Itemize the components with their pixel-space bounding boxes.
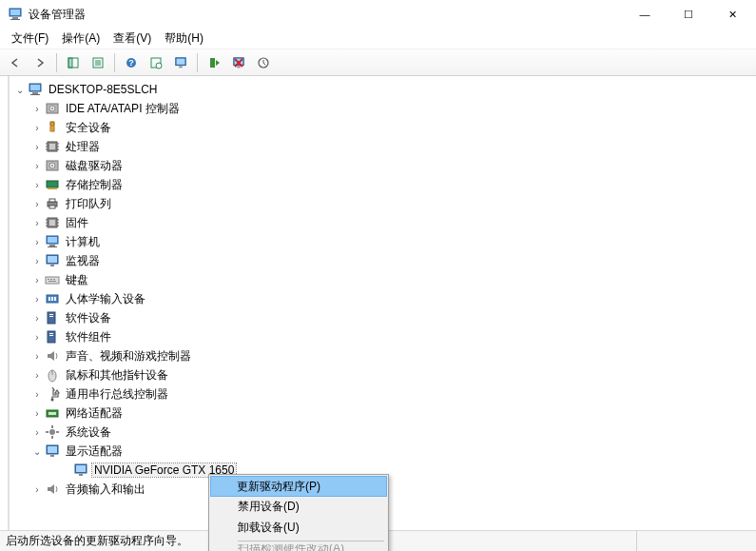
expand-icon[interactable]: › <box>30 406 44 420</box>
disk-icon <box>45 158 60 173</box>
expand-icon[interactable]: › <box>30 330 44 344</box>
hid-icon <box>45 291 60 306</box>
properties-button[interactable] <box>87 52 109 73</box>
expand-icon[interactable]: › <box>30 102 44 115</box>
software-icon <box>45 329 60 344</box>
expand-icon[interactable]: › <box>30 482 44 496</box>
category-usb[interactable]: ›通用串行总线控制器 <box>10 384 756 403</box>
toolbar-separator <box>197 53 198 72</box>
expand-icon[interactable]: › <box>30 273 44 286</box>
back-button[interactable] <box>4 52 27 73</box>
category-mouse[interactable]: ›鼠标和其他指针设备 <box>10 365 756 384</box>
expand-icon[interactable]: › <box>30 368 44 382</box>
device-manager-window: 设备管理器 — ☐ ✕ 文件(F) 操作(A) 查看(V) 帮助(H) ? <box>0 0 756 551</box>
category-software-components[interactable]: ›软件组件 <box>10 327 756 346</box>
category-disk[interactable]: ›磁盘驱动器 <box>10 156 756 175</box>
chip-icon <box>45 139 60 154</box>
expand-icon[interactable]: › <box>30 140 44 153</box>
category-cpu[interactable]: ›处理器 <box>10 137 756 156</box>
monitor-icon <box>73 462 88 478</box>
category-firmware[interactable]: ›固件 <box>10 213 756 232</box>
category-print[interactable]: ›打印队列 <box>10 194 756 213</box>
gear-icon <box>45 424 60 440</box>
maximize-button[interactable]: ☐ <box>667 0 710 29</box>
key-icon <box>45 120 60 135</box>
title-bar: 设备管理器 — ☐ ✕ <box>0 0 756 29</box>
scan-hardware-button[interactable] <box>252 52 275 73</box>
disk-icon <box>45 101 60 116</box>
expand-icon[interactable]: › <box>30 197 44 210</box>
status-spacer <box>636 531 750 551</box>
expand-icon[interactable]: › <box>30 311 44 325</box>
category-software-devices[interactable]: ›软件设备 <box>10 308 756 327</box>
expand-icon[interactable]: › <box>30 178 44 191</box>
printer-icon <box>45 196 60 211</box>
expand-icon[interactable]: › <box>30 387 44 401</box>
device-tree[interactable]: ⌄ DESKTOP-8E5SLCH ›IDE ATA/ATAPI 控制器 ›安全… <box>10 76 756 530</box>
expand-icon[interactable]: › <box>30 159 44 172</box>
menu-file[interactable]: 文件(F) <box>6 29 54 49</box>
status-text: 启动所选设备的更新驱动程序向导。 <box>6 533 188 549</box>
svg-rect-58 <box>210 58 215 68</box>
menu-action[interactable]: 操作(A) <box>56 29 106 49</box>
update-driver-toolbar-button[interactable] <box>169 52 192 73</box>
expand-icon[interactable]: › <box>30 235 44 248</box>
forward-button[interactable] <box>29 52 51 73</box>
left-split-gutter[interactable] <box>0 76 10 530</box>
menu-bar: 文件(F) 操作(A) 查看(V) 帮助(H) <box>0 29 756 49</box>
category-hid[interactable]: ›人体学输入设备 <box>10 289 756 308</box>
usb-icon <box>45 386 60 402</box>
category-network[interactable]: ›网络适配器 <box>10 403 756 423</box>
keyboard-icon <box>45 272 60 287</box>
category-storage-ctrl[interactable]: ›存储控制器 <box>10 175 756 194</box>
category-audio-game[interactable]: ›声音、视频和游戏控制器 <box>10 346 756 365</box>
menu-help[interactable]: 帮助(H) <box>159 29 209 49</box>
category-keyboard[interactable]: ›键盘 <box>10 270 756 289</box>
category-ide[interactable]: ›IDE ATA/ATAPI 控制器 <box>10 99 756 118</box>
toolbar-separator <box>56 53 57 72</box>
software-icon <box>45 310 60 325</box>
scan-button[interactable] <box>145 52 167 73</box>
show-hide-tree-button[interactable] <box>62 52 85 73</box>
svg-rect-49 <box>68 58 72 68</box>
collapse-icon[interactable]: ⌄ <box>13 83 27 96</box>
menu-item-uninstall-device[interactable]: 卸载设备(U) <box>211 517 386 538</box>
category-security[interactable]: ›安全设备 <box>10 118 756 137</box>
collapse-icon[interactable]: ⌄ <box>30 444 44 458</box>
app-icon <box>8 7 23 22</box>
category-monitor[interactable]: ›监视器 <box>10 251 756 270</box>
tree-root-computer[interactable]: ⌄ DESKTOP-8E5SLCH <box>10 80 756 99</box>
menu-item-update-driver[interactable]: 更新驱动程序(P) <box>210 476 387 497</box>
menu-item-scan-hardware[interactable]: 扫描检测硬件改动(A) <box>211 544 386 551</box>
uninstall-device-button[interactable] <box>227 52 250 73</box>
svg-point-57 <box>156 63 162 69</box>
expand-icon[interactable]: › <box>30 425 44 439</box>
category-display[interactable]: ⌄显示适配器 <box>10 442 756 461</box>
toolbar-separator <box>114 53 115 72</box>
enable-device-button[interactable] <box>203 52 225 73</box>
mouse-icon <box>45 367 60 383</box>
expand-icon[interactable]: › <box>30 254 44 267</box>
context-menu: 更新驱动程序(P) 禁用设备(D) 卸载设备(U) 扫描检测硬件改动(A) <box>208 474 389 551</box>
category-computer[interactable]: ›计算机 <box>10 232 756 251</box>
chip-icon <box>45 215 60 230</box>
expand-icon[interactable]: › <box>30 292 44 305</box>
menu-separator <box>238 541 384 541</box>
expand-icon[interactable]: › <box>30 121 44 134</box>
expand-icon[interactable]: › <box>30 349 44 363</box>
computer-icon <box>28 82 43 97</box>
computer-icon <box>45 234 60 249</box>
menu-view[interactable]: 查看(V) <box>107 29 157 49</box>
speaker-icon <box>45 348 60 364</box>
card-icon <box>45 177 60 192</box>
close-button[interactable]: ✕ <box>710 0 754 29</box>
expand-icon[interactable]: › <box>30 216 44 229</box>
tool-bar: ? <box>0 49 756 76</box>
monitor-icon <box>45 253 60 268</box>
minimize-button[interactable]: — <box>623 0 667 29</box>
menu-item-disable-device[interactable]: 禁用设备(D) <box>211 496 386 517</box>
help-button[interactable]: ? <box>120 52 143 73</box>
category-system[interactable]: ›系统设备 <box>10 423 756 442</box>
network-icon <box>45 405 60 421</box>
window-title: 设备管理器 <box>29 7 86 23</box>
